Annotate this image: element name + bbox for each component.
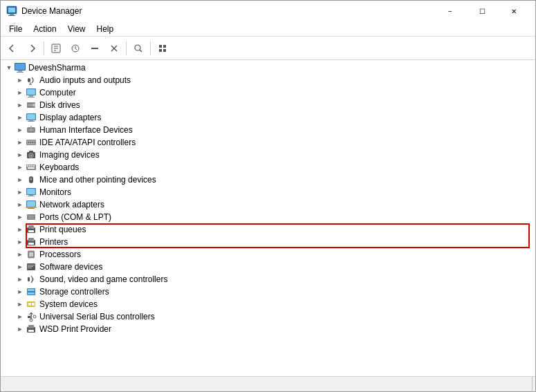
usb-icon [26,311,37,322]
svg-rect-31 [28,104,33,106]
monitors-icon [26,187,37,198]
svg-point-44 [32,142,33,143]
imaging-expander[interactable]: ► [15,149,26,160]
back-button[interactable] [3,39,21,57]
svg-rect-96 [28,292,35,295]
tree-item-mice[interactable]: ► Mice and other pointing devices [1,174,535,186]
svg-point-58 [30,178,33,180]
scan-hardware-button[interactable] [129,39,147,57]
audio-expander[interactable]: ► [15,75,26,86]
svg-line-13 [140,50,142,52]
processors-expander[interactable]: ► [15,249,26,260]
display-expander[interactable]: ► [15,112,26,123]
disk-expander[interactable]: ► [15,100,26,111]
ports-icon [26,212,37,223]
disk-label: Disk drives [39,100,80,110]
tree-item-ports[interactable]: ► Ports (COM & LPT) [1,211,535,223]
hid-expander[interactable]: ► [15,124,26,136]
tree-item-display[interactable]: ► Display adapters [1,111,535,124]
svg-rect-79 [28,243,34,245]
svg-rect-82 [29,252,33,256]
disk-icon [26,100,37,111]
tree-item-hid[interactable]: ► Human Interface Devices [1,124,535,136]
svg-rect-80 [33,240,34,241]
audio-icon [26,75,37,86]
svg-rect-17 [163,49,166,52]
network-expander[interactable]: ► [15,199,26,210]
tree-item-computer[interactable]: ► Computer [1,86,535,99]
sound-icon [26,274,37,285]
svg-rect-103 [28,316,30,318]
menu-help[interactable]: Help [91,23,120,35]
printers-expander[interactable]: ► [15,236,26,248]
mice-label: Mice and other pointing devices [39,175,156,185]
menu-bar: File Action View Help [1,21,535,37]
tree-view[interactable]: ▼ DeveshSharma ► [1,60,535,376]
tree-item-audio[interactable]: ► Audio inputs and outputs [1,74,535,86]
content-area: ▼ DeveshSharma ► [1,60,535,376]
ports-expander[interactable]: ► [15,212,26,223]
svg-point-43 [30,142,31,143]
keyboards-expander[interactable]: ► [15,162,26,173]
svg-rect-54 [33,165,35,167]
svg-rect-76 [33,227,34,229]
mice-expander[interactable]: ► [15,174,26,185]
software-expander[interactable]: ► [15,261,26,272]
menu-view[interactable]: View [62,23,91,35]
forward-button[interactable] [23,39,41,57]
maximize-button[interactable]: ☐ [466,1,498,21]
svg-rect-61 [29,195,33,196]
root-expander[interactable]: ▼ [3,62,15,73]
tree-item-software[interactable]: ► Software devices [1,261,535,273]
svg-rect-2 [10,14,14,15]
monitors-expander[interactable]: ► [15,187,26,198]
computer-icon [15,62,26,73]
tree-item-network[interactable]: ► Network adapters [1,198,535,211]
tree-item-monitors[interactable]: ► Monitors [1,186,535,198]
minimize-button[interactable]: − [434,1,466,21]
close-button[interactable]: ✕ [498,1,530,21]
computer-expander[interactable]: ► [15,87,26,98]
svg-rect-15 [163,45,166,48]
update-driver-button[interactable] [66,39,84,57]
tree-item-usb[interactable]: ► Universal Serial Bus controllers [1,310,535,323]
svg-rect-37 [30,126,32,129]
tree-item-keyboards[interactable]: ► Keyboards [1,161,535,174]
svg-rect-98 [28,303,31,306]
printqueues-expander[interactable]: ► [15,224,26,235]
tree-item-ide[interactable]: ► IDE ATA/ATAPI controllers [1,136,535,149]
window-controls: − ☐ ✕ [434,1,530,21]
tree-item-printqueues[interactable]: ► Print queues [1,223,535,236]
ide-expander[interactable]: ► [15,137,26,148]
computer-label: Computer [39,88,76,97]
network-label: Network adapters [39,200,104,209]
wsd-expander[interactable]: ► [15,324,26,335]
tree-item-storage[interactable]: ► Storage controllers [1,286,535,298]
storage-expander[interactable]: ► [15,286,26,297]
title-bar: Device Manager − ☐ ✕ [1,1,535,21]
properties-button[interactable] [47,39,65,57]
menu-file[interactable]: File [3,23,28,35]
disable-button[interactable] [86,39,104,57]
usb-expander[interactable]: ► [15,311,26,322]
tree-item-processors[interactable]: ► Processors [1,248,535,261]
audio-label: Audio inputs and outputs [39,75,131,85]
uninstall-button[interactable] [105,39,123,57]
view-toggle-button[interactable] [154,39,172,57]
tree-item-disk[interactable]: ► Disk drives [1,99,535,111]
tree-item-wsd[interactable]: ► WSD Print Provider [1,323,535,335]
root-label: DeveshSharma [28,63,86,73]
system-expander[interactable]: ► [15,299,26,310]
menu-action[interactable]: Action [28,23,62,35]
tree-item-printers[interactable]: ► Printers [1,236,535,248]
tree-root[interactable]: ▼ DeveshSharma [1,62,535,74]
processors-label: Processors [39,250,81,259]
system-label: System devices [39,299,98,309]
svg-rect-95 [28,289,35,291]
tree-item-imaging[interactable]: ► Imaging devices [1,149,535,161]
tree-item-sound[interactable]: ► Sound, video and game controllers [1,273,535,286]
sound-label: Sound, video and game controllers [39,274,167,284]
sound-expander[interactable]: ► [15,274,26,285]
tree-item-system[interactable]: ► System devices [1,298,535,310]
highlighted-group: ► Print queues ► [1,223,535,248]
